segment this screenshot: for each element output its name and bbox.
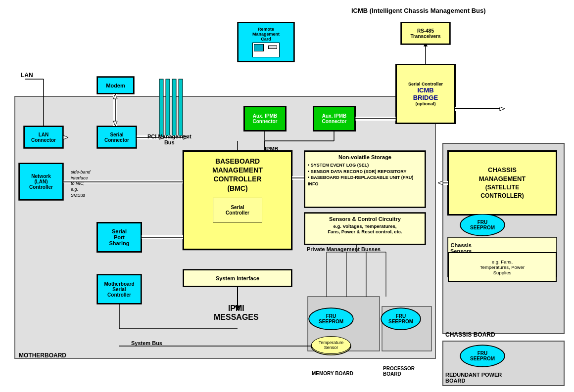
bmc-box: BASEBOARDMANAGEMENTCONTROLLER(BMC) Seria…: [183, 151, 292, 250]
temp-sensor-oval: TemperatureSensor: [311, 336, 351, 354]
serial-controller-bmc: SerialController: [213, 198, 262, 222]
pci-mgmt-label: PCI ManagementBus: [147, 133, 191, 145]
chassis-mgmt-text: CHASSISMANAGEMENT (SATELLITECONTROLLER): [479, 166, 526, 200]
icmb-bridge-box: Serial Controller ICMBBRIDGE (optional): [396, 64, 455, 124]
lan-connector-box: LANConnector: [24, 126, 63, 148]
icmb-serial-label: Serial Controller: [408, 82, 443, 87]
serial-connector-box: SerialConnector: [97, 126, 137, 148]
diagram: LAN ICMB (Intelligent Chassis Management…: [0, 0, 574, 392]
icmb-optional: (optional): [416, 101, 436, 106]
sensors-title: Sensors & Control Circuitry: [329, 216, 401, 222]
processor-board-label: PROCESSORBOARD: [383, 366, 415, 377]
svg-rect-29: [166, 79, 170, 138]
sensors-eg: e.g. Voltages, Temperatures,Fans, Power …: [328, 223, 402, 234]
system-bus-label: System Bus: [131, 340, 162, 346]
nonvolatile-bullets: • SYSTEM EVENT LOG (SEL) • SENSOR DATA R…: [308, 162, 422, 187]
chassis-mgmt-box: CHASSISMANAGEMENT (SATELLITECONTROLLER): [448, 151, 557, 215]
motherboard-label: MOTHERBOARD: [19, 352, 66, 359]
svg-rect-30: [172, 79, 176, 138]
icmb-title: ICMB (Intelligent Chassis Management Bus…: [351, 7, 486, 14]
chassis-sensors-box: e.g. Fans,Temperatures, PowerSupplies: [448, 252, 557, 282]
rs485-box: RS-485 Transceivers: [401, 22, 450, 44]
bmc-title: BASEBOARDMANAGEMENTCONTROLLER(BMC): [212, 157, 263, 193]
nonvolatile-title: Non-volatile Storage: [338, 154, 391, 160]
ipmi-messages-label: IPMIMESSAGES: [214, 304, 259, 322]
memory-board-label: MEMORY BOARD: [312, 371, 353, 376]
svg-rect-28: [159, 79, 163, 138]
sideband-note: side-bandinterfaceto NIC,e.g.SMBus: [71, 170, 91, 198]
aux-ipmb-2-box: Aux. IPMBConnector: [313, 106, 355, 131]
system-interface-box: System Interface: [183, 269, 292, 287]
lan-label: LAN: [21, 72, 33, 79]
fru-seeprom-power-oval: FRUSEEPROM: [460, 345, 505, 367]
svg-marker-87: [500, 107, 505, 111]
remote-mgmt-label-text: RemoteManagementCard: [252, 27, 280, 42]
network-controller-box: Network(LAN)Controller: [19, 163, 63, 200]
private-mgmt-label: Private Management Busses: [307, 246, 381, 252]
svg-marker-70: [438, 181, 443, 185]
serial-port-sharing-box: SerialPortSharing: [97, 222, 142, 252]
svg-rect-31: [179, 79, 183, 138]
motherboard-serial-controller-box: MotherboardSerialController: [97, 274, 142, 304]
fru-seeprom-proc-oval: FRUSEEPROM: [381, 308, 421, 330]
fru-seeprom-chassis-oval: FRUSEEPROM: [460, 214, 505, 236]
sensors-box: Sensors & Control Circuitry e.g. Voltage…: [304, 213, 426, 245]
remote-mgmt-box: RemoteManagementCard: [238, 22, 294, 62]
chassis-board-label: CHASSIS BOARD: [445, 331, 495, 338]
modem-box: Modem: [97, 77, 134, 94]
redundant-power-label: REDUNDANT POWERBOARD: [445, 372, 502, 384]
fru-seeprom-memory-oval: FRUSEEPROM: [309, 308, 353, 330]
svg-marker-40: [113, 94, 117, 99]
icmb-bridge-title: ICMBBRIDGE: [413, 87, 438, 101]
aux-ipmb-1-box: Aux. IPMBConnector: [244, 106, 286, 131]
svg-marker-35: [63, 135, 68, 139]
svg-marker-41: [113, 121, 117, 126]
nonvolatile-box: Non-volatile Storage • SYSTEM EVENT LOG …: [304, 151, 426, 208]
